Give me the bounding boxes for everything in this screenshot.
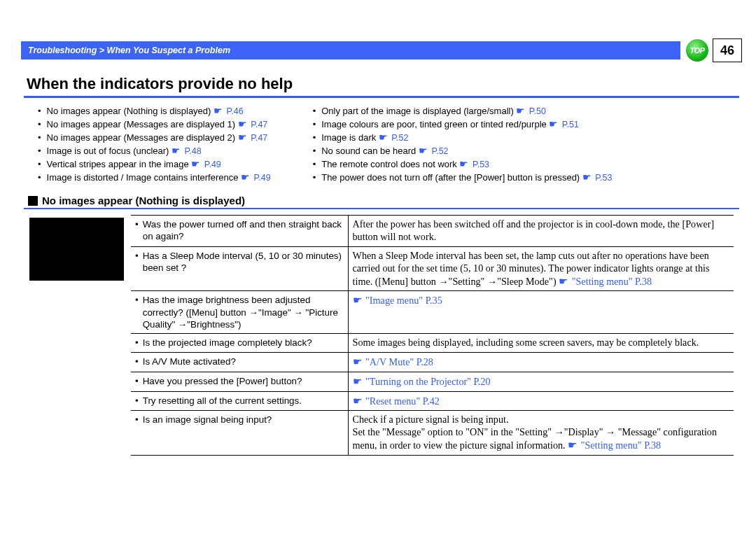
question-cell: •Is A/V Mute activated? xyxy=(131,352,348,372)
page-link[interactable]: ☛ P.52 xyxy=(419,146,449,156)
page-link[interactable]: ☛ P.47 xyxy=(238,120,268,129)
answer-cell: ☛ "Reset menu" P.42 xyxy=(348,391,734,411)
header-bar: Troubleshooting > When You Suspect a Pro… xyxy=(21,38,742,62)
question-text: Try resetting all of the current setting… xyxy=(143,395,302,407)
title-underline xyxy=(24,96,739,98)
table-row: •Have you pressed the [Power] button?☛ "… xyxy=(131,372,734,391)
subsection-heading: No images appear (Nothing is displayed) xyxy=(28,195,742,206)
topic-link-line: No sound can be heard ☛ P.52 xyxy=(313,145,612,156)
table-row: •Is the projected image completely black… xyxy=(131,333,734,352)
topic-link-line: Vertical stripes appear in the image ☛ P… xyxy=(38,158,271,169)
reference-link[interactable]: ☛ "Turning on the Projector" P.20 xyxy=(353,376,491,387)
question-cell: •Has a Sleep Mode interval (5, 10 or 30 … xyxy=(131,246,348,291)
table-row: •Try resetting all of the current settin… xyxy=(131,391,734,411)
topic-link-line: Only part of the image is displayed (lar… xyxy=(313,105,612,116)
reference-link[interactable]: ☛ "Setting menu" P.38 xyxy=(568,440,661,451)
breadcrumb: Troubleshooting > When You Suspect a Pro… xyxy=(21,41,680,59)
bullet-icon: • xyxy=(135,250,139,274)
table-row: •Is A/V Mute activated?☛ "A/V Mute" P.28 xyxy=(131,352,734,372)
question-text: Has a Sleep Mode interval (5, 10 or 30 m… xyxy=(143,250,344,274)
answer-cell: ☛ "Turning on the Projector" P.20 xyxy=(348,372,734,391)
question-text: Was the power turned off and then straig… xyxy=(143,218,344,242)
topic-link-line: Image colours are poor, tinted green or … xyxy=(313,118,612,129)
troubleshooting-table: •Was the power turned off and then strai… xyxy=(131,215,734,456)
bullet-icon: • xyxy=(135,356,139,367)
answer-cell: Check if a picture signal is being input… xyxy=(348,411,734,456)
topic-text: Vertical stripes appear in the image xyxy=(47,159,192,169)
topic-text: No images appear (Nothing is displayed) xyxy=(47,106,214,116)
page-link[interactable]: ☛ P.46 xyxy=(214,106,244,116)
page-title: When the indicators provide no help xyxy=(27,75,742,93)
question-cell: •Have you pressed the [Power] button? xyxy=(131,372,348,391)
topic-link-line: No images appear (Messages are displayed… xyxy=(38,132,271,143)
topic-text: Only part of the image is displayed (lar… xyxy=(321,106,516,116)
top-button[interactable]: TOP xyxy=(686,39,708,62)
question-text: Is the projected image completely black? xyxy=(143,337,312,349)
question-text: Is A/V Mute activated? xyxy=(143,356,236,367)
page-link[interactable]: ☛ P.48 xyxy=(172,146,202,156)
topic-text: No images appear (Messages are displayed… xyxy=(47,132,238,143)
table-row: •Is an image signal being input?Check if… xyxy=(131,411,734,456)
table-row: •Has a Sleep Mode interval (5, 10 or 30 … xyxy=(131,246,734,291)
topic-text: Image is dark xyxy=(321,132,379,143)
question-cell: •Is an image signal being input? xyxy=(131,411,348,456)
answer-cell: After the power has been switched off an… xyxy=(348,216,734,247)
page-link[interactable]: ☛ P.49 xyxy=(191,160,221,169)
topic-link-line: No images appear (Nothing is displayed) … xyxy=(38,105,271,116)
page-number: 46 xyxy=(713,38,742,62)
question-text: Is an image signal being input? xyxy=(143,414,272,426)
page-link[interactable]: ☛ P.53 xyxy=(582,173,612,183)
table-row: •Has the image brightness been adjusted … xyxy=(131,291,734,333)
page-link[interactable]: ☛ P.52 xyxy=(379,133,409,143)
bullet-icon: • xyxy=(135,294,139,330)
reference-link[interactable]: ☛ "Reset menu" P.42 xyxy=(353,395,440,407)
topic-link-line: Image is dark ☛ P.52 xyxy=(313,132,612,143)
answer-cell: ☛ "A/V Mute" P.28 xyxy=(348,352,734,372)
question-cell: •Is the projected image completely black… xyxy=(131,333,348,352)
page-link[interactable]: ☛ P.53 xyxy=(459,160,489,169)
page-link[interactable]: ☛ P.47 xyxy=(238,133,268,143)
question-cell: •Try resetting all of the current settin… xyxy=(131,391,348,411)
topic-link-line: The remote control does not work ☛ P.53 xyxy=(313,158,612,169)
topic-links: No images appear (Nothing is displayed) … xyxy=(21,102,742,189)
topic-text: No sound can be heard xyxy=(321,146,419,156)
black-square-icon xyxy=(28,196,38,206)
topic-text: No images appear (Messages are displayed… xyxy=(47,119,238,129)
answer-cell: Some images being displayed, including s… xyxy=(348,333,734,352)
subsection-title: No images appear (Nothing is displayed) xyxy=(42,195,245,206)
bullet-icon: • xyxy=(135,414,139,426)
topic-link-line: Image is distorted / Image contains inte… xyxy=(38,171,271,183)
page-link[interactable]: ☛ P.49 xyxy=(241,173,271,183)
bullet-icon: • xyxy=(135,218,139,242)
question-text: Have you pressed the [Power] button? xyxy=(143,375,302,387)
topic-text: Image is distorted / Image contains inte… xyxy=(47,172,241,183)
reference-link[interactable]: ☛ "A/V Mute" P.28 xyxy=(353,356,433,367)
page-link[interactable]: ☛ P.51 xyxy=(549,120,579,129)
page-link[interactable]: ☛ P.50 xyxy=(516,106,546,116)
reference-link[interactable]: ☛ "Setting menu" P.38 xyxy=(559,276,652,287)
topic-link-line: No images appear (Messages are displayed… xyxy=(38,118,271,129)
topic-text: Image colours are poor, tinted green or … xyxy=(321,119,549,129)
table-row: •Was the power turned off and then strai… xyxy=(131,216,734,247)
preview-thumbnail xyxy=(29,218,124,281)
question-text: Has the image brightness been adjusted c… xyxy=(143,294,344,330)
answer-cell: ☛ "Image menu" P.35 xyxy=(348,291,734,333)
topic-text: The power does not turn off (after the [… xyxy=(321,172,582,183)
topic-text: Image is out of focus (unclear) xyxy=(47,146,172,156)
bullet-icon: • xyxy=(135,375,139,387)
topic-link-line: Image is out of focus (unclear) ☛ P.48 xyxy=(38,145,271,156)
topic-link-line: The power does not turn off (after the [… xyxy=(313,171,612,183)
reference-link[interactable]: ☛ "Image menu" P.35 xyxy=(353,295,442,306)
subsection-underline xyxy=(24,208,739,209)
question-cell: •Was the power turned off and then strai… xyxy=(131,216,348,247)
question-cell: •Has the image brightness been adjusted … xyxy=(131,291,348,333)
answer-cell: When a Sleep Mode interval has been set,… xyxy=(348,246,734,291)
topic-text: The remote control does not work xyxy=(321,159,459,169)
bullet-icon: • xyxy=(135,395,139,407)
bullet-icon: • xyxy=(135,337,139,349)
